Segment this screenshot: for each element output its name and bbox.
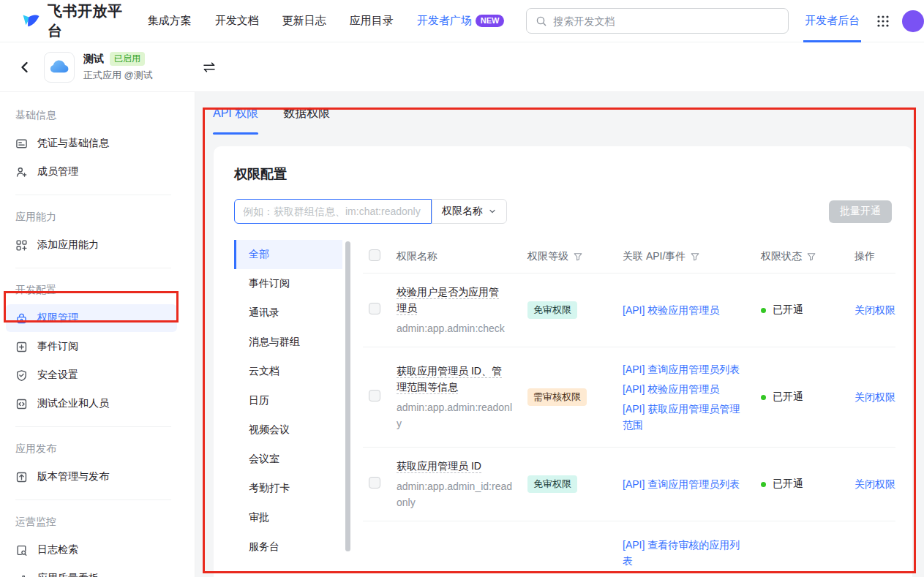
- chevron-down-icon: [488, 207, 497, 216]
- back-icon[interactable]: [18, 60, 32, 75]
- sidebar-section-title: 应用能力: [0, 204, 195, 230]
- sidebar-divider: [15, 499, 171, 500]
- select-all-checkbox[interactable]: [369, 249, 380, 261]
- nav-menu: 集成方案开发文档更新日志应用目录开发者广场NEW: [148, 14, 505, 28]
- sidebar-item-capability-add[interactable]: 添加应用能力: [6, 231, 177, 259]
- nav-item[interactable]: 开发者广场NEW: [417, 14, 505, 28]
- category-item[interactable]: 考勤打卡: [234, 474, 342, 503]
- column-header-label: 权限等级: [527, 250, 568, 263]
- sidebar-item-log-search[interactable]: 日志检索: [6, 536, 177, 564]
- nav-item-label: 更新日志: [282, 14, 326, 28]
- sidebar-item-credential[interactable]: 凭证与基础信息: [6, 129, 177, 157]
- close-permission-link[interactable]: 关闭权限: [854, 478, 895, 490]
- status-badge: 已启用: [110, 52, 145, 66]
- nav-item[interactable]: 开发文档: [215, 14, 259, 28]
- doc-search-box[interactable]: [526, 8, 789, 34]
- category-item[interactable]: 会议室: [234, 445, 342, 474]
- sidebar-item-permission-lock[interactable]: 权限管理: [6, 304, 177, 332]
- category-item[interactable]: 通讯录: [234, 298, 342, 328]
- user-avatar[interactable]: [902, 10, 924, 32]
- filter-icon[interactable]: [573, 252, 583, 262]
- filter-icon[interactable]: [690, 252, 700, 262]
- permission-name[interactable]: 获取应用管理员 ID、管理范围等信息: [397, 363, 508, 395]
- column-header: 操作: [850, 250, 895, 263]
- api-link[interactable]: [API] 校验应用管理员: [623, 381, 743, 397]
- chevron-up-icon[interactable]: [158, 574, 168, 577]
- sidebar-item-member-add[interactable]: 成员管理: [6, 158, 177, 186]
- api-link[interactable]: [API] 校验应用管理员: [623, 302, 743, 318]
- row-checkbox[interactable]: [369, 303, 380, 314]
- row-checkbox[interactable]: [369, 390, 380, 401]
- permission-scope: admin:app.admin_id:readonly: [397, 478, 514, 510]
- developer-console-link[interactable]: 开发者后台: [805, 0, 860, 42]
- toolbar: 权限名称 批量开通: [234, 199, 892, 224]
- sidebar-item-event-subscribe[interactable]: 事件订阅: [6, 333, 177, 361]
- category-list: 全部事件订阅通讯录消息与群组云文档日历视频会议会议室考勤打卡审批服务台: [234, 240, 342, 577]
- sidebar-item-security-shield[interactable]: 安全设置: [6, 361, 177, 389]
- table-row: [API] 查看待审核的应用列表: [363, 521, 895, 577]
- tab-api-permission[interactable]: API 权限: [213, 92, 258, 135]
- category-scrollbar[interactable]: [345, 241, 350, 551]
- sidebar-item-label: 安全设置: [37, 369, 78, 382]
- api-link[interactable]: [API] 查看待审核的应用列表: [623, 537, 743, 569]
- doc-search-input[interactable]: [553, 15, 779, 27]
- app-info: 测试 已启用 正式应用 @测试: [83, 52, 153, 82]
- api-link[interactable]: [API] 查询应用管理员列表: [623, 476, 743, 492]
- close-permission-link[interactable]: 关闭权限: [854, 391, 895, 403]
- permission-name[interactable]: 获取应用管理员 ID: [397, 458, 508, 474]
- member-add-icon: [15, 166, 28, 178]
- category-item[interactable]: 服务台: [234, 532, 342, 562]
- apps-grid-icon[interactable]: [876, 14, 890, 29]
- row-checkbox[interactable]: [369, 477, 380, 489]
- permission-lock-icon: [15, 312, 28, 325]
- event-subscribe-icon: [15, 341, 28, 353]
- sidebar: 基础信息凭证与基础信息成员管理应用能力添加应用能力开发配置权限管理事件订阅安全设…: [0, 92, 195, 577]
- permission-search-input[interactable]: [234, 199, 432, 224]
- nav-item[interactable]: 集成方案: [148, 14, 192, 28]
- capability-add-icon: [15, 239, 28, 252]
- test-code-icon: [15, 398, 28, 410]
- status-text: 已开通: [773, 391, 803, 404]
- category-item[interactable]: 事件订阅: [234, 269, 342, 298]
- permission-config-card: 权限配置 权限名称 批量开通 全部事件订阅通讯录消息与群组云文档日历视频会议会议…: [214, 146, 912, 577]
- permission-name[interactable]: 校验用户是否为应用管理员: [397, 284, 508, 316]
- nav-item-label: 应用目录: [350, 14, 394, 28]
- column-header: 权限名称: [391, 250, 521, 263]
- category-item[interactable]: 云文档: [234, 357, 342, 386]
- sidebar-section-title: 运营监控: [0, 509, 195, 535]
- credential-icon: [15, 137, 28, 150]
- nav-item-label: 开发文档: [215, 14, 259, 28]
- sidebar-section-title: 开发配置: [0, 277, 195, 303]
- sidebar-item-version-publish[interactable]: 版本管理与发布: [6, 463, 177, 491]
- sidebar-divider: [15, 268, 171, 268]
- table-row: 校验用户是否为应用管理员admin:app.admin:check免审权限[AP…: [363, 274, 895, 347]
- category-item[interactable]: 消息与群组: [234, 328, 342, 357]
- table-row: 获取应用管理员 IDadmin:app.admin_id:readonly免审权…: [363, 448, 895, 521]
- sidebar-item-test-code[interactable]: 测试企业和人员: [6, 390, 177, 418]
- permission-level-tag: 免审权限: [527, 301, 577, 319]
- api-link[interactable]: [API] 获取应用管理员管理范围: [623, 401, 743, 433]
- nav-item[interactable]: 更新日志: [282, 14, 326, 28]
- permission-table: 权限名称权限等级关联 API/事件权限状态操作 校验用户是否为应用管理员admi…: [363, 240, 895, 577]
- sidebar-item-quality-chart[interactable]: 应用质量看板: [6, 565, 177, 577]
- nav-item[interactable]: 应用目录: [350, 14, 394, 28]
- batch-open-button[interactable]: 批量开通: [829, 200, 892, 223]
- table-header: 权限名称权限等级关联 API/事件权限状态操作: [363, 240, 895, 274]
- category-item[interactable]: 视频会议: [234, 415, 342, 445]
- switch-app-icon[interactable]: [201, 59, 217, 75]
- tab-data-permission[interactable]: 数据权限: [283, 92, 330, 135]
- brand[interactable]: 飞书开放平台: [20, 1, 129, 41]
- sidebar-item-label: 事件订阅: [37, 340, 78, 353]
- api-link[interactable]: [API] 查询应用管理员列表: [623, 361, 743, 377]
- category-item[interactable]: 全部: [234, 240, 342, 269]
- nav-item-label: 开发者广场: [417, 14, 472, 28]
- category-item[interactable]: 审批: [234, 503, 342, 532]
- security-shield-icon: [15, 369, 28, 382]
- column-header-label: 权限名称: [397, 250, 437, 263]
- permission-table-body: 校验用户是否为应用管理员admin:app.admin:check免审权限[AP…: [363, 274, 895, 577]
- filter-icon[interactable]: [806, 252, 816, 262]
- filter-type-select[interactable]: 权限名称: [432, 199, 507, 224]
- category-item[interactable]: 日历: [234, 386, 342, 415]
- column-header-label: 操作: [854, 250, 875, 263]
- close-permission-link[interactable]: 关闭权限: [854, 304, 895, 316]
